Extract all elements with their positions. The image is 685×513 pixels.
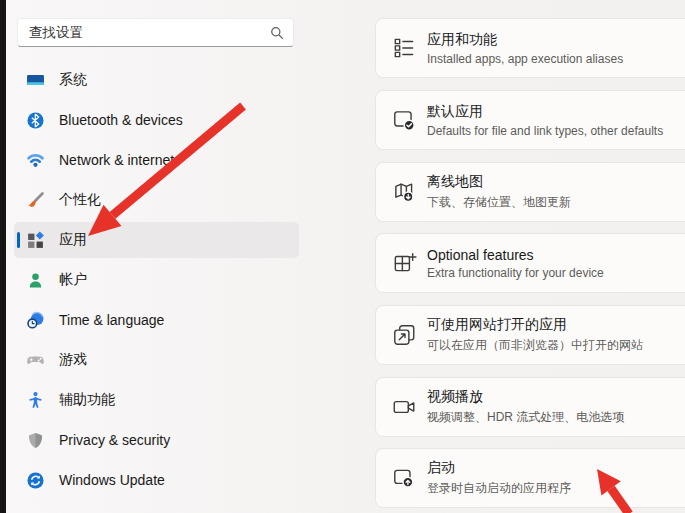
sidebar-item-accessibility[interactable]: 辅助功能 bbox=[14, 382, 299, 418]
card-title: 应用和功能 bbox=[427, 31, 623, 49]
sidebar-item-label: Windows Update bbox=[59, 472, 165, 488]
network-icon bbox=[26, 151, 45, 170]
sidebar-item-label: 应用 bbox=[59, 231, 87, 249]
accounts-icon bbox=[26, 271, 45, 290]
apps-for-websites-icon bbox=[391, 322, 417, 348]
sidebar-item-label: 系统 bbox=[59, 71, 87, 89]
sidebar-item-label: 帐户 bbox=[59, 271, 87, 289]
sidebar-item-label: Bluetooth & devices bbox=[59, 112, 183, 128]
card-subtitle: 可以在应用（而非浏览器）中打开的网站 bbox=[427, 337, 643, 354]
card-subtitle: Defaults for file and link types, other … bbox=[427, 124, 663, 138]
sidebar-item-bluetooth-devices[interactable]: Bluetooth & devices bbox=[14, 102, 299, 138]
sidebar-item-accounts[interactable]: 帐户 bbox=[14, 262, 299, 298]
video-playback-icon bbox=[391, 394, 417, 420]
sidebar-item-label: Time & language bbox=[59, 312, 164, 328]
card-title: 默认应用 bbox=[427, 103, 663, 121]
time-language-icon bbox=[26, 311, 45, 330]
sidebar-item-time-language[interactable]: Time & language bbox=[14, 302, 299, 338]
accessibility-icon bbox=[26, 391, 45, 410]
offline-maps-icon bbox=[391, 179, 417, 205]
card-subtitle: 登录时自动启动的应用程序 bbox=[427, 480, 571, 497]
apps-icon bbox=[26, 231, 45, 250]
search-input[interactable] bbox=[27, 24, 270, 41]
card-subtitle: Extra functionality for your device bbox=[427, 266, 604, 280]
card-subtitle: 下载、存储位置、地图更新 bbox=[427, 194, 571, 211]
personalization-icon bbox=[26, 191, 45, 210]
search-icon bbox=[270, 26, 284, 40]
card-title: 离线地图 bbox=[427, 173, 571, 191]
card-subtitle: 视频调整、HDR 流式处理、电池选项 bbox=[427, 409, 624, 426]
card-optional-features[interactable]: Optional features Extra functionality fo… bbox=[375, 233, 685, 293]
card-title: Optional features bbox=[427, 247, 604, 263]
sidebar-item-label: 个性化 bbox=[59, 191, 101, 209]
card-title: 可使用网站打开的应用 bbox=[427, 316, 643, 334]
sidebar-item-label: 游戏 bbox=[59, 351, 87, 369]
window-edge bbox=[0, 0, 6, 513]
card-offline-maps[interactable]: 离线地图 下载、存储位置、地图更新 bbox=[375, 162, 685, 222]
privacy-security-icon bbox=[26, 431, 45, 450]
windows-update-icon bbox=[26, 471, 45, 490]
selected-accent-bar bbox=[17, 232, 20, 248]
card-title: 启动 bbox=[427, 459, 571, 477]
card-apps-for-websites[interactable]: 可使用网站打开的应用 可以在应用（而非浏览器）中打开的网站 bbox=[375, 305, 685, 365]
card-startup[interactable]: 启动 登录时自动启动的应用程序 bbox=[375, 448, 685, 508]
startup-icon bbox=[391, 465, 417, 491]
default-apps-icon bbox=[391, 107, 417, 133]
settings-search-box[interactable] bbox=[17, 18, 294, 47]
sidebar-item-label: Network & internet bbox=[59, 152, 174, 168]
sidebar-item-gaming[interactable]: 游戏 bbox=[14, 342, 299, 378]
card-title: 视频播放 bbox=[427, 388, 624, 406]
card-apps-features[interactable]: 应用和功能 Installed apps, app execution alia… bbox=[375, 18, 685, 78]
card-default-apps[interactable]: 默认应用 Defaults for file and link types, o… bbox=[375, 90, 685, 150]
optional-features-icon bbox=[391, 250, 417, 276]
gaming-icon bbox=[26, 351, 45, 370]
card-video-playback[interactable]: 视频播放 视频调整、HDR 流式处理、电池选项 bbox=[375, 377, 685, 437]
card-subtitle: Installed apps, app execution aliases bbox=[427, 52, 623, 66]
sidebar-item-privacy-security[interactable]: Privacy & security bbox=[14, 422, 299, 458]
sidebar-item-label: Privacy & security bbox=[59, 432, 170, 448]
bluetooth-icon bbox=[26, 111, 45, 130]
sidebar-item-label: 辅助功能 bbox=[59, 391, 115, 409]
sidebar-item-personalization[interactable]: 个性化 bbox=[14, 182, 299, 218]
sidebar-item-system[interactable]: 系统 bbox=[14, 62, 299, 98]
sidebar-item-network-internet[interactable]: Network & internet bbox=[14, 142, 299, 178]
sidebar-item-apps[interactable]: 应用 bbox=[14, 222, 299, 258]
apps-features-icon bbox=[391, 35, 417, 61]
sidebar-item-windows-update[interactable]: Windows Update bbox=[14, 462, 299, 498]
system-icon bbox=[26, 71, 45, 90]
